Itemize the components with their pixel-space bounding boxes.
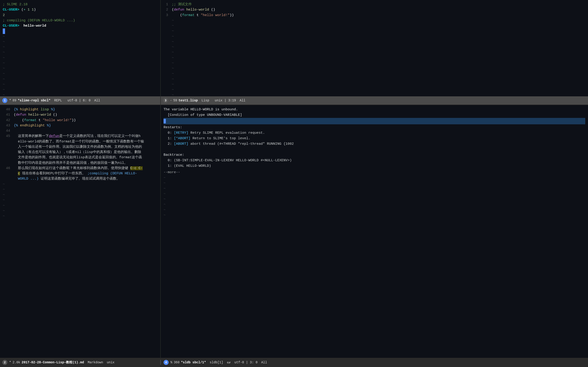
- status4-buffername: *sldb sbcl/1*: [181, 361, 206, 364]
- status2-mode: Markdown: [88, 361, 103, 364]
- debug-restart-2: 2: [ABORT] abort thread (#<THREAD "repl-…: [164, 141, 585, 147]
- md-line-45a: 45 这里简单的解释一下defun是一个定义函数的写法，现在我们可以定义一个叫做…: [3, 133, 157, 139]
- editor-tilde-8: ~: [161, 55, 588, 60]
- tilde-6: ~: [3, 60, 157, 66]
- repl-result: 2: [3, 13, 157, 18]
- md-tilde-3: ~: [3, 192, 157, 198]
- tilde-12: ~: [3, 92, 157, 96]
- tilde-4: ~: [3, 50, 157, 55]
- md-line-45e: 文件是他的副作用。也就是说无论如何lisp表达式是会返回值的。format这个函: [3, 155, 157, 160]
- md-tilde-7: ~: [3, 214, 157, 219]
- status-bar-editor: 3 - 59 test1.lisp Lisp unix | 3:19 All: [161, 96, 588, 105]
- editor-tilde-6: ~: [161, 44, 588, 50]
- md-line-40: 40 {% highlight lisp %}: [3, 107, 157, 112]
- editor-tilde-3: ~: [161, 28, 588, 34]
- status-scope: All: [94, 99, 100, 102]
- debug-empty: [164, 147, 585, 152]
- debug-backtrace-0: 0: (SB-INT:SIMPLE-EVAL-IN-LEXENV HELLO-W…: [164, 158, 585, 163]
- md-line-45c: 入一个输出还有一个副作用。比如我们以删除文件的函数为例。文档的地址为他的: [3, 144, 157, 150]
- status-filename: test1.lisp: [179, 99, 198, 102]
- editor-pane: 1 ;; 测试文件 2 (defun hello-world () 3 (for…: [161, 0, 588, 96]
- status4-scope: All: [261, 361, 267, 364]
- debug-more: --more--: [164, 170, 585, 175]
- debug-error-line: The variable HELLO-WORLD is unbound.: [164, 107, 585, 112]
- status4-icon: ⊙✗: [227, 361, 231, 365]
- md-line-45f: 数中打印内容是他的副作用并不是他的返回值，他的放回值一遍为nil。: [3, 160, 157, 166]
- debug-tilde-6: ~: [164, 202, 585, 207]
- editor-line-2: 2 (defun hello-world (): [161, 7, 588, 12]
- debug-cursor-bar: [164, 118, 585, 124]
- debug-tilde-8: ~: [164, 213, 585, 218]
- md-tilde-4: ~: [3, 198, 157, 203]
- editor-tilde-4: ~: [161, 34, 588, 39]
- debug-restart-0: 0: [RETRY] Retry SLIME REPL evaluation r…: [164, 130, 585, 136]
- status2-filename: 2017-02-28-Common-Lisp-教程(1).md: [22, 360, 84, 365]
- debug-tilde-5: ~: [164, 197, 585, 202]
- status-dash: -: [170, 99, 172, 102]
- repl-cursor-line: [3, 28, 157, 34]
- debug-restart-1: 1: [*ABORT] Return to SLIME's top level.: [164, 136, 585, 141]
- status2-modified: *: [9, 361, 11, 364]
- status4-encoding: utf-8 | 3: 0: [234, 361, 258, 364]
- pane-number-4: 4: [164, 360, 169, 365]
- md-tilde-5: ~: [3, 203, 157, 208]
- repl-pane: ; SLIME 2.18 CL-USER> (+ 1 1) 2 ; compil…: [0, 0, 161, 96]
- md-line-46a: 46 那么我们现在如何运行这个函数呢？将光标移到函数体内部。使用快捷键 C-c …: [3, 166, 157, 171]
- status2-size: 2.0k: [12, 361, 20, 364]
- status4-mode: sldb[1]: [210, 361, 223, 364]
- tilde-9: ~: [3, 77, 157, 82]
- md-tilde-2: ~: [3, 187, 157, 192]
- statusbar-left-section: 2 * 2.0k 2017-02-28-Common-Lisp-教程(1).md…: [0, 360, 161, 365]
- md-tilde-6: ~: [3, 208, 157, 214]
- status-bar-repl: 1 * 89 *slime-repl sbcl* REPL utf-8 | 6:…: [0, 96, 161, 105]
- debug-backtrace-label: Backtrace:: [164, 152, 585, 158]
- debug-restarts-label: Restarts:: [164, 125, 585, 130]
- md-line-45d: 输入（有点也可以没有输入），t或者nil（lisp中的真和假）是他的输出。删除: [3, 150, 157, 155]
- editor-tilde-1: ~: [161, 18, 588, 23]
- debug-tilde-3: ~: [164, 186, 585, 191]
- pane-number-3: 3: [163, 98, 168, 103]
- status-modified-flag: *: [9, 99, 11, 102]
- repl-line-slime: ; SLIME 2.18: [3, 2, 157, 7]
- debug-tilde-4: ~: [164, 191, 585, 197]
- editor-tilde-2: ~: [161, 23, 588, 28]
- tilde-3: ~: [3, 44, 157, 50]
- editor-tilde-13: ~: [161, 82, 588, 87]
- pane-number-1: 1: [2, 98, 7, 103]
- editor-layout: ; SLIME 2.18 CL-USER> (+ 1 1) 2 ; compil…: [0, 0, 588, 367]
- bottom-status-bar: 2 * 2.0k 2017-02-28-Common-Lisp-教程(1).md…: [0, 358, 588, 367]
- editor-tilde-11: ~: [161, 71, 588, 76]
- status-mode: REPL: [54, 99, 62, 102]
- status2-encoding: unix: [107, 361, 115, 364]
- tilde-1: ~: [3, 34, 157, 39]
- editor-tilde-7: ~: [161, 50, 588, 55]
- editor-tilde-14: ~: [161, 87, 588, 92]
- debug-condition: [Condition of type UNBOUND-VARIABLE]: [164, 112, 585, 118]
- markdown-pane: 40 {% highlight lisp %} 41 (defun hello-…: [0, 105, 161, 358]
- md-line-46c: WORLD ...) 证明这里函数编译完毕了。现在试试调用这个函数。: [3, 176, 157, 181]
- md-line-46b: c 现在你将会看到REPL中打印了一些东西。 ;compiling (DEFUN…: [3, 171, 157, 176]
- editor-tilde-5: ~: [161, 39, 588, 44]
- status-mode-editor: Lisp: [201, 99, 209, 102]
- repl-line-prompt2: CL-USER> hello-world: [3, 23, 157, 28]
- md-line-43: 43 {% endhighlight %}: [3, 123, 157, 128]
- status4-percent: %: [170, 361, 172, 364]
- tilde-5: ~: [3, 55, 157, 60]
- editor-tilde-9: ~: [161, 60, 588, 66]
- tilde-11: ~: [3, 87, 157, 92]
- tilde-2: ~: [3, 39, 157, 44]
- md-line-45b: ello-world的函数了。而format是一个打印的函数。一般情况下函数数有…: [3, 139, 157, 144]
- status-buffer-name: *slime-repl sbcl*: [18, 99, 51, 102]
- status-encoding-editor: unix | 3:19: [215, 99, 236, 102]
- editor-tilde-12: ~: [161, 77, 588, 82]
- repl-line-prompt1: CL-USER> (+ 1 1): [3, 7, 157, 12]
- tilde-10: ~: [3, 82, 157, 87]
- debug-tilde-1: ~: [164, 175, 585, 181]
- editor-line-1: 1 ;; 测试文件: [161, 2, 588, 7]
- status-line-count-editor: 59: [173, 99, 177, 102]
- debug-tilde-2: ~: [164, 181, 585, 186]
- debug-backtrace-1: 1: (EVAL HELLO-WORLD): [164, 163, 585, 169]
- editor-tilde-10: ~: [161, 66, 588, 71]
- tilde-8: ~: [3, 71, 157, 76]
- status4-linecount: 360: [174, 361, 179, 364]
